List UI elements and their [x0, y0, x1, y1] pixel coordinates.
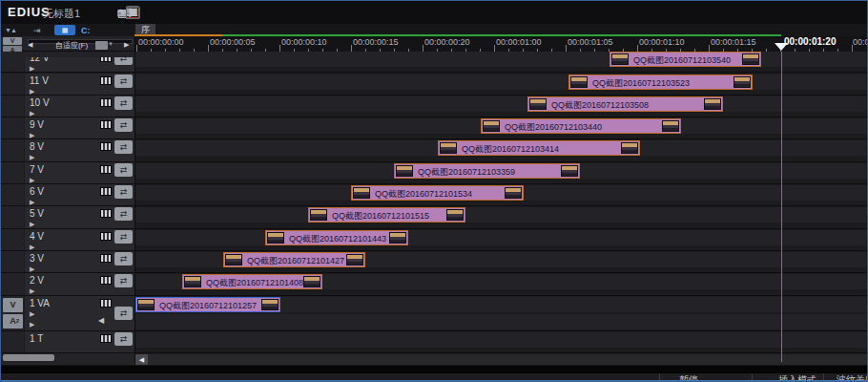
track-header-6v[interactable]: 6 V⇄▶: [1, 184, 134, 206]
clip-QQ截图20160712101257[interactable]: QQ截图20160712101257: [135, 297, 280, 312]
sync-lock-toggle[interactable]: ⇄: [114, 274, 133, 287]
zoom-out-arrow[interactable]: ◀: [28, 41, 32, 49]
sync-lock-toggle[interactable]: ⇄: [114, 230, 133, 244]
render-status-green: [222, 34, 781, 36]
expander-icon[interactable]: ▶: [30, 154, 34, 160]
film-icon[interactable]: [100, 254, 112, 263]
clip-lane: [134, 332, 867, 348]
zoom-fit-row: ◀ 自适应(F) ▼ ▶: [1, 52, 134, 57]
edius-window: EDIUS 无标题1 ▣▾▱▾▦▾✂⧉▤⧈▾✕⌧↶▾↷▾⊥▾◇▾T▾☻≣▾▦▥▩…: [0, 0, 868, 382]
expander-icon[interactable]: ▶: [30, 221, 34, 227]
track-header-9v[interactable]: 9 V⇄▶: [1, 117, 134, 139]
clip-thumbnail: [389, 232, 406, 244]
audio-map-badge[interactable]: A2: [3, 314, 23, 329]
track-header-1t[interactable]: 1 T⇄: [1, 331, 134, 353]
video-map-badge[interactable]: V: [3, 298, 23, 312]
clip-QQ截图20160712101534[interactable]: QQ截图20160712101534: [351, 185, 524, 201]
film-icon[interactable]: [100, 142, 112, 151]
horizontal-scrollbar[interactable]: [148, 354, 867, 365]
clip-thumbnail: [261, 299, 279, 310]
film-icon[interactable]: [100, 276, 112, 285]
clip-QQ截图20160712101427[interactable]: QQ截图20160712101427: [223, 252, 365, 267]
clip-lane: [134, 96, 867, 112]
track-header-4v[interactable]: 4 V⇄▶: [1, 229, 134, 251]
sync-lock-toggle[interactable]: ⇄: [114, 96, 133, 110]
sync-lock-toggle[interactable]: ⇄: [114, 140, 133, 154]
clip-QQ截图20160712103440[interactable]: QQ截图20160712103440: [481, 118, 681, 134]
ruler-tick: [566, 45, 567, 52]
sync-lock-toggle[interactable]: ⇄: [114, 307, 133, 320]
clip-QQ截图20160712101408[interactable]: QQ截图20160712101408: [182, 274, 322, 289]
clip-QQ截图20160712103540[interactable]: QQ截图20160712103540: [610, 52, 761, 67]
ruler-label: 00:00:00:10: [281, 37, 327, 47]
chevron-down-icon[interactable]: ▼: [108, 41, 114, 47]
expander-icon[interactable]: ▶: [30, 199, 34, 205]
track-header-1va[interactable]: VA21 VA⇄▶▶◀: [1, 296, 134, 331]
track-header-11v[interactable]: 11 V⇄▶: [1, 74, 134, 96]
track-header-7v[interactable]: 7 V⇄▶: [1, 162, 134, 184]
film-icon[interactable]: [100, 334, 112, 343]
bin-panel-button[interactable]: ▤▾: [124, 11, 128, 13]
redo-button[interactable]: ↷▾: [115, 11, 119, 13]
film-icon[interactable]: [100, 232, 112, 241]
audio-expander-icon[interactable]: ▶: [30, 321, 34, 328]
expander-icon[interactable]: ▶: [30, 65, 34, 72]
ruler-label: 00:00:01:10: [639, 37, 685, 47]
film-icon[interactable]: [100, 165, 112, 174]
film-icon[interactable]: [100, 187, 112, 196]
bottom-gap: [1, 366, 867, 372]
expander-icon[interactable]: ▶: [30, 110, 34, 117]
expander-icon[interactable]: ▶: [30, 310, 34, 317]
sync-lock-toggle[interactable]: ⇄: [114, 207, 133, 221]
track-label: 7 V: [30, 164, 44, 175]
expander-icon[interactable]: ▶: [30, 244, 34, 250]
track-header-10v[interactable]: 10 V⇄▶: [1, 96, 134, 117]
clip-QQ截图20160712101515[interactable]: QQ截图20160712101515: [308, 207, 465, 223]
sync-lock-toggle[interactable]: ⇄: [114, 163, 133, 177]
clip-lane: [134, 207, 867, 223]
marker-panel-button[interactable]: ▦: [54, 25, 75, 35]
track-header-3v[interactable]: 3 V⇄▶: [1, 251, 134, 273]
current-timecode: 00:00:01:20: [784, 36, 836, 47]
zoom-fit-dropdown[interactable]: 自适应(F): [37, 40, 106, 51]
clip-thumbnail: [561, 165, 578, 177]
zoom-in-arrow[interactable]: ▶: [124, 41, 129, 49]
film-icon[interactable]: [100, 120, 112, 129]
source-video-badge[interactable]: V: [3, 37, 22, 45]
playhead-line[interactable]: [781, 52, 782, 362]
clip-QQ截图20160712103523[interactable]: QQ截图20160712103523: [568, 74, 753, 90]
speaker-icon[interactable]: ◀: [98, 317, 104, 325]
clip-label: QQ截图20160712101257: [159, 300, 257, 312]
clip-QQ截图20160712103414[interactable]: QQ截图20160712103414: [438, 140, 640, 156]
scroll-left-button[interactable]: ◀: [135, 354, 148, 365]
film-icon[interactable]: [100, 76, 112, 85]
sync-lock-toggle[interactable]: ⇄: [114, 185, 133, 199]
expander-icon[interactable]: ▶: [30, 132, 34, 138]
film-icon[interactable]: [100, 209, 112, 218]
vertical-scroll-thumb[interactable]: [3, 354, 54, 361]
film-icon[interactable]: [100, 299, 112, 308]
track-header-2v[interactable]: 2 V⇄▶: [1, 273, 134, 296]
expander-icon[interactable]: ▶: [30, 287, 34, 294]
clip-QQ截图20160712103359[interactable]: QQ截图20160712103359: [394, 163, 580, 179]
track-label: 2 V: [30, 275, 44, 286]
ruler-tick: [351, 45, 352, 52]
clip-QQ截图20160712103508[interactable]: QQ截图20160712103508: [527, 96, 723, 112]
sync-lock-toggle[interactable]: ⇄: [114, 252, 133, 265]
expander-icon[interactable]: ▶: [30, 177, 34, 183]
track-header-8v[interactable]: 8 V⇄▶: [1, 139, 134, 162]
playhead-handle[interactable]: [775, 43, 788, 51]
clip-thumbnail: [611, 53, 629, 65]
sync-lock-toggle[interactable]: ⇄: [114, 74, 133, 88]
status-bar: [1, 372, 867, 380]
ruler-tick: [279, 45, 280, 52]
expander-icon[interactable]: ▶: [30, 88, 34, 95]
sync-lock-toggle[interactable]: ⇄: [114, 118, 133, 132]
expander-icon[interactable]: ▶: [30, 265, 34, 272]
clip-QQ截图20160712101443[interactable]: QQ截图20160712101443: [265, 230, 408, 245]
film-icon[interactable]: [100, 98, 112, 107]
sync-lock-toggle[interactable]: ⇄: [114, 332, 133, 346]
track-patch-cell: [1, 331, 25, 352]
track-header-5v[interactable]: 5 V⇄▶: [1, 206, 134, 229]
timeline-ruler[interactable]: 00:00:00:0000:00:00:0500:00:00:1000:00:0…: [134, 36, 867, 52]
